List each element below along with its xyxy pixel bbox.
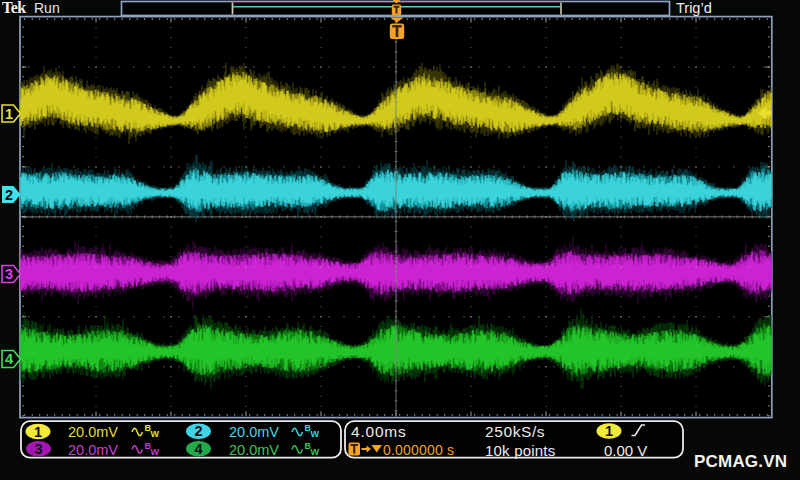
svg-text:1: 1 [605,423,613,439]
svg-text:4: 4 [5,351,13,367]
svg-text:4: 4 [194,441,202,457]
svg-text:3: 3 [34,441,42,457]
svg-text:2: 2 [5,187,13,203]
svg-text:3: 3 [5,266,13,282]
svg-text:W: W [311,429,320,439]
svg-text:W: W [311,447,320,457]
svg-text:1: 1 [5,106,13,122]
svg-text:W: W [151,429,160,439]
svg-text:W: W [151,447,160,457]
svg-text:1: 1 [34,424,42,440]
svg-text:2: 2 [194,423,202,439]
